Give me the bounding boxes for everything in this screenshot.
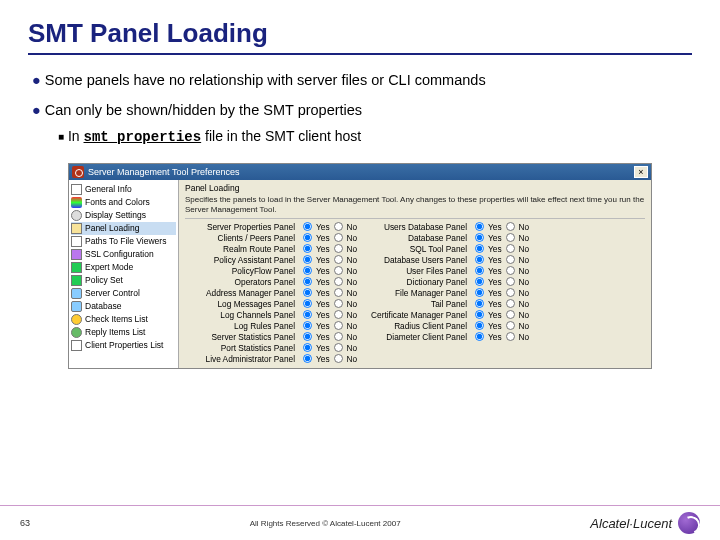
radio-yes[interactable] [475, 255, 484, 264]
radio-no[interactable] [506, 255, 515, 264]
tree-item[interactable]: Database [71, 300, 176, 313]
radio-yes[interactable] [303, 277, 312, 286]
panel-label: Live Administrator Panel [185, 354, 297, 364]
tree-item[interactable]: Client Properties List [71, 339, 176, 352]
radio-yes[interactable] [475, 299, 484, 308]
radio-yes[interactable] [303, 332, 312, 341]
radio-no[interactable] [506, 222, 515, 231]
yes-no-radio[interactable]: YesNo [303, 321, 353, 331]
tree-item-icon [71, 236, 82, 247]
radio-yes[interactable] [475, 222, 484, 231]
radio-no[interactable] [334, 222, 343, 231]
radio-no[interactable] [506, 299, 515, 308]
yes-no-radio[interactable]: YesNo [303, 288, 353, 298]
radio-no[interactable] [334, 244, 343, 253]
radio-yes[interactable] [303, 222, 312, 231]
tree-item[interactable]: Paths To File Viewers [71, 235, 176, 248]
yes-no-radio[interactable]: YesNo [303, 266, 353, 276]
yes-no-radio[interactable]: YesNo [475, 288, 525, 298]
radio-no[interactable] [334, 332, 343, 341]
radio-yes[interactable] [475, 277, 484, 286]
yes-no-radio[interactable]: YesNo [303, 233, 353, 243]
tree-item-label: SSL Configuration [85, 249, 154, 259]
radio-yes[interactable] [475, 266, 484, 275]
radio-yes[interactable] [303, 288, 312, 297]
radio-yes[interactable] [475, 288, 484, 297]
tree-item[interactable]: Panel Loading [71, 222, 176, 235]
yes-no-radio[interactable]: YesNo [475, 266, 525, 276]
tree-item[interactable]: Fonts and Colors [71, 196, 176, 209]
radio-yes[interactable] [475, 310, 484, 319]
radio-yes[interactable] [303, 244, 312, 253]
radio-yes[interactable] [303, 299, 312, 308]
tree-item-label: Check Items List [85, 314, 148, 324]
tree-item[interactable]: Display Settings [71, 209, 176, 222]
yes-no-radio[interactable]: YesNo [475, 332, 525, 342]
radio-yes[interactable] [303, 266, 312, 275]
yes-no-radio[interactable]: YesNo [303, 343, 353, 353]
radio-no[interactable] [334, 299, 343, 308]
tree-item[interactable]: Check Items List [71, 313, 176, 326]
panel-label: Policy Assistant Panel [185, 255, 297, 265]
radio-no[interactable] [334, 288, 343, 297]
tree-item[interactable]: Server Control [71, 287, 176, 300]
radio-no[interactable] [506, 321, 515, 330]
yes-no-radio[interactable]: YesNo [475, 222, 525, 232]
bullet-2: ● Can only be shown/hidden by the SMT pr… [32, 99, 692, 121]
radio-no[interactable] [334, 321, 343, 330]
radio-yes[interactable] [303, 233, 312, 242]
tree-item[interactable]: SSL Configuration [71, 248, 176, 261]
radio-yes[interactable] [303, 255, 312, 264]
yes-no-radio[interactable]: YesNo [475, 255, 525, 265]
radio-yes[interactable] [303, 354, 312, 363]
yes-no-radio[interactable]: YesNo [475, 277, 525, 287]
radio-no[interactable] [334, 343, 343, 352]
radio-no[interactable] [506, 288, 515, 297]
tree-item-label: Database [85, 301, 121, 311]
radio-no[interactable] [334, 354, 343, 363]
tree-item[interactable]: Policy Set [71, 274, 176, 287]
radio-no[interactable] [334, 255, 343, 264]
radio-no[interactable] [506, 332, 515, 341]
sub-bullet: ■ In smt_properties file in the SMT clie… [58, 126, 692, 149]
radio-yes[interactable] [303, 321, 312, 330]
radio-yes[interactable] [475, 332, 484, 341]
radio-no[interactable] [334, 233, 343, 242]
radio-yes[interactable] [475, 321, 484, 330]
radio-no[interactable] [506, 233, 515, 242]
radio-no[interactable] [334, 266, 343, 275]
radio-no[interactable] [506, 310, 515, 319]
yes-no-radio[interactable]: YesNo [475, 233, 525, 243]
tree-item-label: Display Settings [85, 210, 146, 220]
yes-no-radio[interactable]: YesNo [475, 299, 525, 309]
radio-no[interactable] [506, 266, 515, 275]
tree-item[interactable]: Reply Items List [71, 326, 176, 339]
panel-label: PolicyFlow Panel [185, 266, 297, 276]
yes-no-radio[interactable]: YesNo [303, 244, 353, 254]
close-icon[interactable]: × [634, 166, 648, 178]
radio-no[interactable] [334, 277, 343, 286]
yes-no-radio[interactable]: YesNo [303, 255, 353, 265]
panel-label: Users Database Panel [359, 222, 469, 232]
radio-yes[interactable] [303, 310, 312, 319]
radio-no[interactable] [334, 310, 343, 319]
radio-yes[interactable] [475, 233, 484, 242]
radio-no[interactable] [506, 244, 515, 253]
yes-no-radio[interactable]: YesNo [475, 244, 525, 254]
tree-item[interactable]: Expert Mode [71, 261, 176, 274]
bullet-2-text: Can only be shown/hidden by the SMT prop… [45, 102, 362, 118]
tree-item[interactable]: General Info [71, 183, 176, 196]
copyright: All Rights Reserved © Alcatel-Lucent 200… [60, 519, 590, 528]
yes-no-radio[interactable]: YesNo [475, 310, 525, 320]
yes-no-radio[interactable]: YesNo [303, 222, 353, 232]
radio-yes[interactable] [303, 343, 312, 352]
radio-no[interactable] [506, 277, 515, 286]
yes-no-radio[interactable]: YesNo [303, 332, 353, 342]
tree-item-label: Panel Loading [85, 223, 139, 233]
radio-yes[interactable] [475, 244, 484, 253]
yes-no-radio[interactable]: YesNo [475, 321, 525, 331]
yes-no-radio[interactable]: YesNo [303, 299, 353, 309]
yes-no-radio[interactable]: YesNo [303, 277, 353, 287]
yes-no-radio[interactable]: YesNo [303, 310, 353, 320]
yes-no-radio[interactable]: YesNo [303, 354, 353, 364]
